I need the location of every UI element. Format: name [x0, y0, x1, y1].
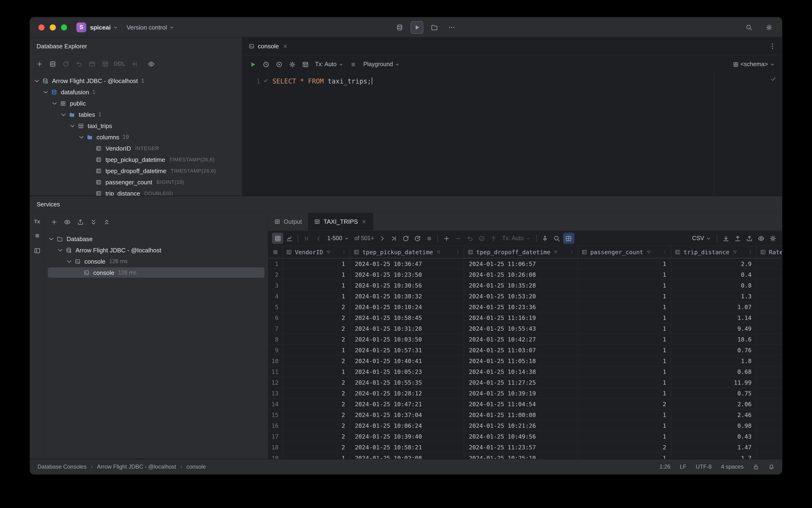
- cell[interactable]: 2024-01-25 11:06:57: [464, 258, 578, 269]
- tab-taxi-trips[interactable]: TAXI_TRIPS: [308, 213, 373, 230]
- chevron-down-icon[interactable]: [65, 257, 73, 265]
- row-number[interactable]: 18: [268, 442, 283, 452]
- cell[interactable]: 1: [578, 420, 671, 431]
- open-editor-button[interactable]: [86, 58, 98, 70]
- cell[interactable]: 2024-01-25 10:25:10: [464, 453, 578, 459]
- cell[interactable]: [757, 269, 782, 280]
- run-script-button[interactable]: [273, 58, 285, 70]
- more-tools-button[interactable]: [445, 21, 458, 34]
- zoom-window-button[interactable]: [61, 24, 67, 30]
- cell[interactable]: [757, 291, 782, 301]
- bell-icon[interactable]: [768, 464, 774, 470]
- layout-icon[interactable]: [34, 247, 41, 254]
- chevron-down-icon[interactable]: [59, 111, 67, 119]
- cell[interactable]: 2.9: [671, 258, 757, 269]
- cell[interactable]: 1: [283, 345, 350, 355]
- cell[interactable]: 1: [578, 388, 671, 398]
- table-view-button[interactable]: [272, 232, 283, 244]
- cell[interactable]: 2: [283, 410, 350, 420]
- sql-statement[interactable]: SELECT * FROM taxi_trips;: [272, 77, 372, 196]
- pin-tab-button[interactable]: [540, 232, 551, 244]
- cell[interactable]: 2: [283, 388, 350, 398]
- tab-output[interactable]: Output: [268, 213, 308, 230]
- tree-item-taxi-trips[interactable]: taxi_trips: [30, 120, 242, 131]
- cell[interactable]: 0.8: [671, 280, 757, 290]
- cell[interactable]: 2024-01-25 10:14:38: [464, 366, 578, 377]
- cell[interactable]: 2024-01-25 10:36:47: [350, 258, 464, 269]
- sort-icon[interactable]: [455, 250, 460, 255]
- stop-button[interactable]: [347, 58, 360, 70]
- refresh-button[interactable]: [59, 58, 72, 70]
- close-window-button[interactable]: [38, 24, 45, 30]
- cell[interactable]: 1: [578, 302, 671, 312]
- row-number[interactable]: 15: [268, 410, 283, 420]
- tab-options-button[interactable]: [766, 40, 778, 52]
- cell[interactable]: [757, 323, 782, 334]
- tx-strip-button[interactable]: Tx: [34, 219, 40, 224]
- cell[interactable]: 2: [283, 323, 350, 334]
- cell[interactable]: [757, 388, 782, 398]
- column-header-rate[interactable]: Rate: [757, 246, 782, 258]
- cell[interactable]: 1: [578, 345, 671, 355]
- cell[interactable]: 1.8: [671, 355, 757, 366]
- cell[interactable]: 11.99: [671, 377, 757, 387]
- tree-item-console[interactable]: console126 ms: [45, 256, 268, 267]
- cell[interactable]: 2024-01-25 10:30:56: [350, 280, 464, 290]
- page-range-dropdown[interactable]: 1-500: [324, 232, 352, 244]
- statement-executed-icon[interactable]: [263, 78, 268, 83]
- query-history-button[interactable]: [260, 58, 272, 70]
- cell[interactable]: 2024-01-25 10:03:50: [350, 334, 464, 344]
- cell[interactable]: 1.3: [671, 291, 757, 301]
- cell[interactable]: 2: [283, 399, 350, 409]
- row-number[interactable]: 5: [268, 302, 283, 312]
- cell[interactable]: 2024-01-25 10:47:21: [350, 399, 464, 409]
- last-page-button[interactable]: [388, 232, 399, 244]
- cell[interactable]: [757, 334, 782, 344]
- cell[interactable]: 2024-01-25 10:39:19: [464, 388, 578, 398]
- column-header-passenger-count[interactable]: passenger_count: [578, 246, 671, 258]
- grid-settings-button[interactable]: [767, 232, 778, 244]
- cell[interactable]: 1: [578, 334, 671, 344]
- cell[interactable]: 1: [283, 258, 350, 269]
- cell[interactable]: 1: [578, 291, 671, 301]
- cell[interactable]: [757, 302, 782, 312]
- row-number[interactable]: 3: [268, 280, 283, 290]
- grid-tx-dropdown[interactable]: Tx: Auto: [499, 232, 534, 244]
- auto-refresh-button[interactable]: [412, 232, 423, 244]
- caret-position[interactable]: 1:26: [660, 463, 670, 470]
- cell[interactable]: 0.68: [671, 366, 757, 377]
- cell[interactable]: [757, 442, 782, 452]
- cell[interactable]: 2024-01-25 11:23:57: [464, 442, 578, 452]
- row-number[interactable]: 12: [268, 377, 283, 387]
- cell[interactable]: 2024-01-25 11:27:25: [464, 377, 578, 387]
- cell[interactable]: 2: [283, 431, 350, 441]
- submit-button[interactable]: [488, 232, 499, 244]
- cell[interactable]: 2: [578, 399, 671, 409]
- cell[interactable]: 1: [578, 410, 671, 420]
- cell[interactable]: 1.7: [671, 453, 757, 459]
- cell[interactable]: 2024-01-25 10:42:27: [464, 334, 578, 344]
- export-format-dropdown[interactable]: CSV: [689, 232, 714, 244]
- console-settings-button[interactable]: [286, 58, 298, 70]
- jump-to-console-button[interactable]: [128, 58, 140, 70]
- open-table-button[interactable]: [99, 58, 111, 70]
- data-source-properties-button[interactable]: [46, 58, 59, 70]
- cell[interactable]: 1: [578, 323, 671, 334]
- cell[interactable]: [757, 355, 782, 366]
- chevron-down-icon[interactable]: [56, 246, 64, 254]
- tree-item-public[interactable]: public: [30, 97, 242, 109]
- schema-selector[interactable]: <schema>: [730, 58, 778, 70]
- line-ending-indicator[interactable]: LF: [680, 463, 686, 470]
- sort-icon[interactable]: [341, 250, 347, 255]
- close-icon[interactable]: [361, 219, 367, 225]
- toggle-structure-button[interactable]: [563, 232, 574, 244]
- cell[interactable]: 2024-01-25 10:21:26: [464, 420, 578, 431]
- open-in-editor-button[interactable]: [743, 232, 755, 244]
- next-page-button[interactable]: [376, 232, 388, 244]
- project-tool-button[interactable]: [428, 21, 441, 34]
- add-data-source-button[interactable]: [33, 58, 45, 70]
- cell[interactable]: 2024-01-25 11:05:18: [464, 355, 578, 366]
- cell[interactable]: 0.75: [671, 388, 757, 398]
- cell[interactable]: 2024-01-25 11:03:07: [464, 345, 578, 355]
- cell[interactable]: 1.47: [671, 442, 757, 452]
